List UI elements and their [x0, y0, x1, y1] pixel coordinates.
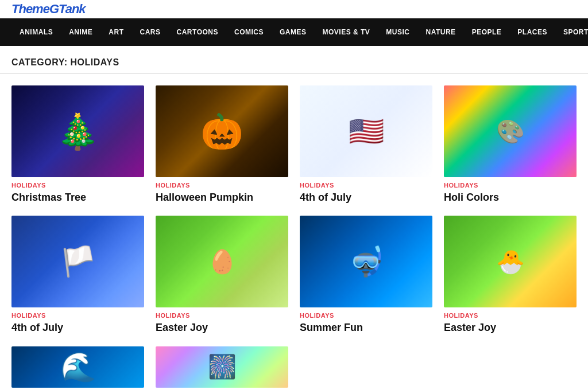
card-category-label: HOLIDAYS: [300, 312, 432, 319]
nav-item-cartoons[interactable]: CARTOONS: [169, 18, 226, 46]
card-summer-fun[interactable]: HOLIDAYS Summer Fun: [300, 216, 432, 334]
card-thumbnail: [300, 85, 432, 177]
card-halloween-pumpkin[interactable]: HOLIDAYS Halloween Pumpkin: [156, 85, 288, 204]
card-category-label: HOLIDAYS: [444, 312, 577, 319]
main-nav: ANIMALS ANIME ART CARS CARTOONS COMICS G…: [0, 18, 588, 46]
card-image-christmas-tree: [11, 85, 144, 177]
nav-items-list: ANIMALS ANIME ART CARS CARTOONS COMICS G…: [11, 18, 588, 46]
nav-item-movies-tv[interactable]: MOVIES & TV: [315, 18, 378, 46]
nav-item-games[interactable]: GAMES: [272, 18, 315, 46]
card-thumbnail: [300, 216, 432, 307]
nav-item-people[interactable]: PEOPLE: [464, 18, 510, 46]
card-image-halloween: [156, 85, 288, 177]
card-holi-colors[interactable]: HOLIDAYS Holi Colors: [444, 85, 577, 204]
card-4th-july-1[interactable]: HOLIDAYS 4th of July: [300, 85, 432, 204]
nav-item-animals[interactable]: ANIMALS: [11, 18, 61, 46]
card-thumbnail: [444, 216, 577, 307]
card-easter-joy-1[interactable]: HOLIDAYS Easter Joy: [156, 216, 288, 334]
nav-item-music[interactable]: MUSIC: [378, 18, 417, 46]
card-thumbnail: [156, 85, 288, 177]
card-image-july4-1: [300, 85, 432, 177]
cards-grid: HOLIDAYS Christmas Tree HOLIDAYS Hallowe…: [0, 74, 588, 390]
card-title: Holi Colors: [444, 191, 577, 204]
nav-item-art[interactable]: ART: [100, 18, 131, 46]
card-category-label: HOLIDAYS: [300, 182, 432, 189]
card-title: 4th of July: [300, 191, 432, 204]
nav-item-sports[interactable]: SPORTS: [555, 18, 588, 46]
category-title: CATEGORY: HOLIDAYS: [11, 57, 577, 68]
card-colorful-partial[interactable]: [156, 346, 288, 390]
logo-bar: ThemeGTank: [0, 0, 588, 18]
card-easter-joy-2[interactable]: HOLIDAYS Easter Joy: [444, 216, 577, 334]
card-thumbnail: [11, 346, 144, 388]
card-thumbnail: [11, 85, 144, 177]
card-image-summer: [300, 216, 432, 307]
card-thumbnail: [444, 85, 577, 177]
nav-item-comics[interactable]: COMICS: [226, 18, 272, 46]
category-header: CATEGORY: HOLIDAYS: [0, 46, 588, 74]
card-category-label: HOLIDAYS: [156, 182, 288, 189]
card-title: Halloween Pumpkin: [156, 191, 288, 204]
card-title: Summer Fun: [300, 321, 432, 334]
card-title: Christmas Tree: [11, 191, 144, 204]
nav-item-cars[interactable]: CARS: [132, 18, 169, 46]
site-logo[interactable]: ThemeGTank: [11, 2, 86, 17]
card-thumbnail: [11, 216, 144, 307]
card-christmas-tree[interactable]: HOLIDAYS Christmas Tree: [11, 85, 144, 204]
card-category-label: HOLIDAYS: [156, 312, 288, 319]
card-image-july4-2: [11, 216, 144, 307]
card-thumbnail: [156, 216, 288, 307]
card-4th-july-2[interactable]: HOLIDAYS 4th of July: [11, 216, 144, 334]
nav-item-places[interactable]: PLACES: [509, 18, 555, 46]
card-image-ocean: [11, 346, 144, 388]
card-image-colorful: [156, 346, 288, 388]
nav-item-anime[interactable]: ANIME: [61, 18, 100, 46]
card-title: Easter Joy: [156, 321, 288, 334]
card-image-easter-2: [444, 216, 577, 307]
card-title: 4th of July: [11, 321, 144, 334]
nav-item-nature[interactable]: NATURE: [418, 18, 464, 46]
card-category-label: HOLIDAYS: [11, 312, 144, 319]
card-category-label: HOLIDAYS: [11, 182, 144, 189]
card-thumbnail: [156, 346, 288, 388]
card-category-label: HOLIDAYS: [444, 182, 577, 189]
card-title: Easter Joy: [444, 321, 577, 334]
card-image-easter-1: [156, 216, 288, 307]
card-image-holi: [444, 85, 577, 177]
card-ocean-partial[interactable]: [11, 346, 144, 390]
